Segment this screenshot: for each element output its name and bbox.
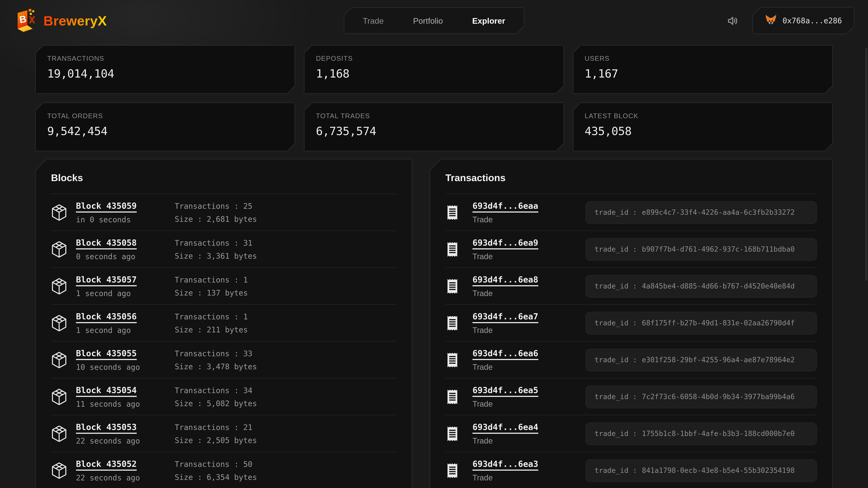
block-size: Size : 3,478 bytes [175,362,397,371]
transaction-row: 693d4f...6ea3 Trade trade_id : 841a1798-… [445,452,817,488]
trade-id-value: e899c4c7-33f4-4226-aa4a-6c3fb2b33272 [642,208,795,216]
transaction-hash-link[interactable]: 693d4f...6ea4 [472,422,538,432]
block-cube-icon [51,240,76,258]
stat-label: LATEST BLOCK [585,112,821,120]
stat-value: 1,167 [585,67,821,80]
block-tx-count: Transactions : 33 [175,349,397,358]
block-link[interactable]: Block 435054 [76,385,137,395]
block-tx-count: Transactions : 25 [175,201,397,210]
block-tx-count: Transactions : 34 [175,386,397,395]
block-link[interactable]: Block 435053 [76,422,137,432]
block-row: Block 435055 10 seconds ago Transactions… [51,341,397,379]
block-details: Transactions : 25 Size : 2,681 bytes [175,201,397,223]
block-link[interactable]: Block 435056 [76,312,137,321]
receipt-icon [445,352,472,368]
tab-portfolio[interactable]: Portfolio [400,11,456,30]
block-time: 11 seconds ago [76,399,175,408]
stat-label: TOTAL ORDERS [47,112,283,120]
transaction-hash-link[interactable]: 693d4f...6ea8 [472,275,538,285]
block-link[interactable]: Block 435055 [76,349,137,358]
transaction-type: Trade [472,436,585,445]
transactions-panel-title: Transactions [445,172,817,194]
block-link[interactable]: Block 435058 [76,238,137,248]
scrollbar-thumb[interactable] [865,48,867,281]
brand[interactable]: B BreweryX [14,7,107,34]
header: B BreweryX Trade Portfolio Explorer [0,0,868,41]
stats-grid: TRANSACTIONS 19,014,104 DEPOSITS 1,168 U… [36,45,832,151]
stat-label: DEPOSITS [316,55,552,62]
block-size: Size : 2,681 bytes [175,215,397,223]
trade-id-pill: trade_id : 4a845be4-d885-4d66-b767-d4520… [585,275,817,297]
block-time: 1 second ago [76,326,175,334]
volume-icon[interactable] [726,14,739,27]
transaction-hash-link[interactable]: 693d4f...6ea7 [472,312,538,321]
transaction-hash-link[interactable]: 693d4f...6eaa [472,201,538,211]
stat-value: 6,735,574 [316,125,552,138]
block-tx-count: Transactions : 31 [175,238,397,247]
blocks-panel-title: Blocks [51,172,397,194]
stat-value: 1,168 [316,67,552,80]
tab-trade[interactable]: Trade [350,11,397,30]
transaction-main: 693d4f...6ea4 Trade [472,422,585,445]
receipt-icon [445,462,472,479]
block-row: Block 435054 11 seconds ago Transactions… [51,379,397,415]
stat-label: USERS [585,55,821,62]
block-row: Block 435053 22 seconds ago Transactions… [51,415,397,452]
block-details: Transactions : 34 Size : 5,082 bytes [175,386,397,408]
stat-card: TOTAL ORDERS 9,542,454 [36,103,295,151]
block-time: 22 seconds ago [76,436,175,445]
transaction-main: 693d4f...6eaa Trade [472,201,585,224]
receipt-icon [445,241,472,257]
metamask-fox-icon [765,14,777,27]
transaction-main: 693d4f...6ea3 Trade [472,459,585,482]
trade-id-pill: trade_id : b907f7b4-d761-4962-937c-168b7… [585,238,817,261]
block-link[interactable]: Block 435052 [76,459,137,469]
main-nav: Trade Portfolio Explorer [344,8,524,33]
block-cube-icon [51,388,76,405]
block-size: Size : 6,354 bytes [175,473,397,481]
block-details: Transactions : 31 Size : 3,361 bytes [175,238,397,260]
block-time: 0 seconds ago [76,252,175,261]
transaction-type: Trade [472,326,585,334]
trade-id-label: trade_id : [595,208,637,216]
block-tx-count: Transactions : 1 [175,275,397,284]
tab-explorer[interactable]: Explorer [459,11,518,30]
stat-card: TRANSACTIONS 19,014,104 [36,45,295,93]
block-row: Block 435058 0 seconds ago Transactions … [51,231,397,268]
trade-id-pill: trade_id : 7c2f73c6-6058-4b0d-9b34-3977b… [585,385,817,408]
trade-id-value: 4a845be4-d885-4d66-b767-d4520e40e84d [642,282,795,290]
blocks-panel: Blocks Block 435059 in 0 s [36,159,412,488]
transactions-panel: Transactions [430,159,832,488]
block-row: Block 435059 in 0 seconds Transactions :… [51,194,397,231]
block-cube-icon [51,314,76,332]
block-details: Transactions : 21 Size : 2,505 bytes [175,423,397,445]
transaction-hash-link[interactable]: 693d4f...6ea6 [472,349,538,358]
trade-id-pill: trade_id : e301f258-29bf-4255-96a4-ae87e… [585,349,817,371]
block-link[interactable]: Block 435059 [76,201,137,211]
block-cube-icon [51,462,76,479]
trade-id-pill: trade_id : 68f175ff-b27b-49d1-831e-02aa2… [585,312,817,334]
block-row: Block 435052 22 seconds ago Transactions… [51,452,397,488]
transaction-row: 693d4f...6ea8 Trade trade_id : 4a845be4-… [445,268,817,305]
block-link[interactable]: Block 435057 [76,275,137,285]
transaction-type: Trade [472,399,585,408]
block-details: Transactions : 1 Size : 211 bytes [175,312,397,334]
block-main: Block 435058 0 seconds ago [76,238,175,261]
trade-id-value: 1755b1c8-1bbf-4afe-b3b3-188cd000b7e0 [642,429,795,437]
block-cube-icon [51,351,76,368]
trade-id-label: trade_id : [595,393,637,401]
wallet-button[interactable]: 0x768a...e286 [753,8,854,34]
trade-id-label: trade_id : [595,245,637,253]
transaction-row: 693d4f...6ea4 Trade trade_id : 1755b1c8-… [445,415,817,452]
transaction-type: Trade [472,215,585,224]
receipt-icon [445,425,472,442]
header-right: 0x768a...e286 [726,8,854,34]
transaction-hash-link[interactable]: 693d4f...6ea5 [472,385,538,395]
trade-id-pill: trade_id : e899c4c7-33f4-4226-aa4a-6c3fb… [585,201,817,224]
transaction-hash-link[interactable]: 693d4f...6ea3 [472,459,538,469]
trade-id-value: 7c2f73c6-6058-4b0d-9b34-3977ba99b4a6 [642,393,795,401]
transaction-main: 693d4f...6ea8 Trade [472,275,585,297]
transaction-hash-link[interactable]: 693d4f...6ea9 [472,238,538,248]
trade-id-label: trade_id : [595,466,637,475]
transaction-type: Trade [472,252,585,261]
